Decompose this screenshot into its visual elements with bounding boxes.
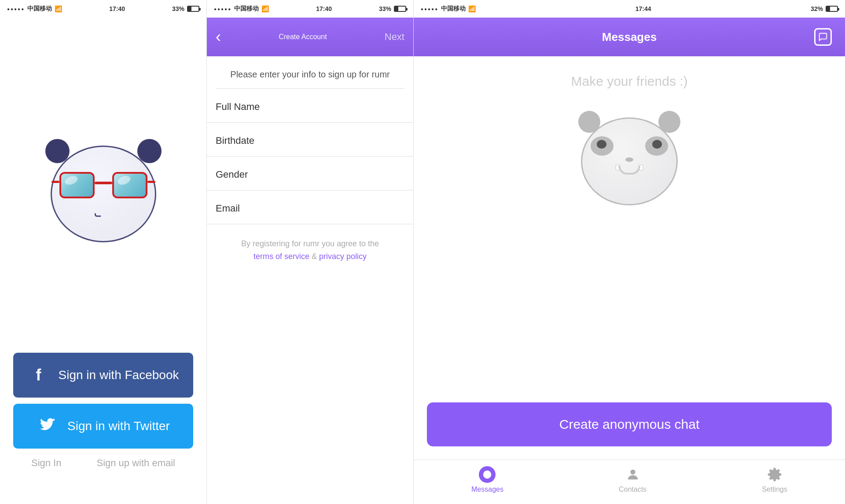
facebook-signin-button[interactable]: f Sign in with Facebook: [13, 353, 193, 398]
twitter-icon: [37, 415, 59, 437]
social-buttons: f Sign in with Facebook Sign in with Twi…: [0, 353, 206, 504]
status-bar-2: ●●●●● 中国移动 📶 17:40 33%: [207, 0, 413, 18]
empty-state: Make your friends :): [414, 56, 845, 389]
compose-button[interactable]: [814, 28, 832, 46]
tab-settings[interactable]: Settings: [762, 466, 787, 493]
carrier-2: 中国移动: [234, 5, 259, 13]
terms-and: &: [312, 252, 319, 261]
signal-3: ●●●●●: [421, 7, 438, 11]
tab-contacts-label: Contacts: [619, 486, 647, 493]
carrier-1: 中国移动: [27, 5, 52, 13]
birthdate-label: Birthdate: [216, 135, 404, 156]
wifi-icon-3: 📶: [468, 5, 476, 12]
time-1: 17:40: [109, 5, 125, 12]
panda-mascot: [572, 106, 687, 212]
panel-2: ●●●●● 中国移动 📶 17:40 33% ‹ Create Account …: [207, 0, 414, 504]
gender-label: Gender: [216, 169, 404, 190]
glasses-bridge: [95, 182, 112, 184]
cool-panda-mascot: [42, 132, 165, 247]
wifi-icon-1: 📶: [55, 5, 62, 12]
privacy-link[interactable]: privacy policy: [319, 252, 367, 261]
eye-r: [652, 140, 662, 149]
panel-3: ●●●●● 中国移动 📶 17:44 32% Messages Make you…: [414, 0, 845, 504]
svg-point-1: [630, 470, 635, 475]
back-button[interactable]: ‹: [216, 28, 221, 46]
email-field[interactable]: Email: [207, 190, 413, 224]
panda-mouth: [95, 213, 101, 217]
terms-section: By registering for rumr you agree to the…: [207, 224, 413, 276]
panel-1: ●●●●● 中国移动 📶 17:40 33%: [0, 0, 207, 504]
battery-pct-2: 33%: [379, 5, 391, 12]
battery-pct-1: 33%: [172, 5, 184, 12]
terms-text: By registering for rumr you agree to the: [241, 239, 379, 248]
tab-bar: Messages Contacts Settings: [414, 460, 845, 504]
terms-link[interactable]: terms of service: [254, 252, 309, 261]
battery-icon-3: [826, 6, 838, 12]
twitter-signin-button[interactable]: Sign in with Twitter: [13, 404, 193, 449]
battery-icon-2: [394, 6, 406, 12]
messages-tab-icon: [479, 466, 496, 483]
email-label: Email: [216, 203, 404, 224]
sunglasses: [59, 172, 147, 203]
time-3: 17:44: [636, 5, 651, 12]
nav-title-2: Create Account: [279, 33, 327, 41]
status-bar-1: ●●●●● 中国移动 📶 17:40 33%: [0, 0, 206, 18]
eye-l: [597, 140, 606, 149]
panda-nose: [625, 157, 633, 162]
bottom-links: Sign In Sign up with email: [13, 457, 193, 491]
lens-right: [112, 172, 147, 198]
nav-bar-2: ‹ Create Account Next: [207, 18, 413, 56]
tab-settings-label: Settings: [762, 486, 787, 493]
time-2: 17:40: [316, 5, 332, 12]
anon-chat-button[interactable]: Create anonymous chat: [427, 402, 832, 446]
contacts-tab-icon: [625, 466, 641, 483]
fullname-label: Full Name: [216, 101, 404, 122]
facebook-icon: f: [28, 364, 50, 386]
form-subtitle: Please enter your info to sign up for ru…: [207, 56, 413, 88]
tab-messages[interactable]: Messages: [471, 466, 503, 493]
signup-link[interactable]: Sign up with email: [96, 457, 175, 469]
wifi-icon-2: 📶: [261, 5, 269, 12]
tab-contacts[interactable]: Contacts: [619, 466, 647, 493]
messages-title: Messages: [602, 30, 657, 44]
lens-left: [59, 172, 95, 198]
messages-nav: Messages: [414, 18, 845, 56]
signal-2: ●●●●●: [214, 7, 231, 11]
birthdate-field[interactable]: Birthdate: [207, 123, 413, 157]
battery-pct-3: 32%: [811, 5, 823, 12]
settings-tab-icon: [766, 466, 783, 483]
next-button[interactable]: Next: [385, 31, 404, 43]
battery-icon-1: [187, 6, 199, 12]
fullname-field[interactable]: Full Name: [207, 89, 413, 123]
empty-text: Make your friends :): [571, 74, 687, 89]
tab-messages-label: Messages: [471, 486, 503, 493]
status-bar-3: ●●●●● 中国移动 📶 17:44 32%: [414, 0, 845, 18]
signin-link[interactable]: Sign In: [31, 457, 62, 469]
mascot-area: [0, 18, 206, 353]
carrier-3: 中国移动: [441, 5, 466, 13]
signal-icon: ●●●●●: [7, 7, 25, 11]
gender-field[interactable]: Gender: [207, 157, 413, 190]
